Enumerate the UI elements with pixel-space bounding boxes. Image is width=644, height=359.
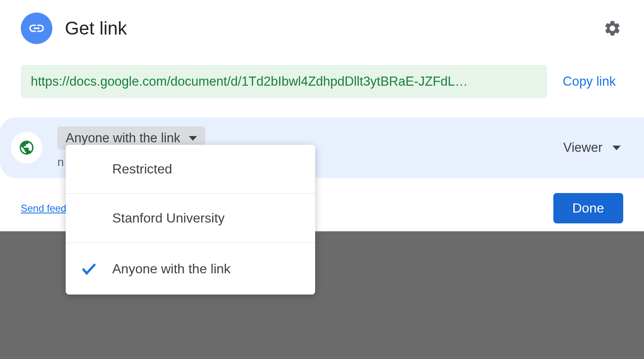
done-button[interactable]: Done: [553, 193, 624, 223]
menu-item-label: Stanford University: [112, 210, 225, 226]
check-icon: [78, 260, 100, 278]
link-row: https://docs.google.com/document/d/1Td2b…: [21, 65, 623, 98]
link-url-display[interactable]: https://docs.google.com/document/d/1Td2b…: [21, 65, 547, 98]
scope-dropdown-menu: Restricted Stanford University Anyone wi…: [66, 145, 315, 295]
scope-option-restricted[interactable]: Restricted: [66, 145, 315, 194]
chevron-down-icon: [189, 136, 197, 141]
dialog-title: Get link: [65, 18, 127, 39]
scope-selected-label: Anyone with the link: [66, 131, 180, 146]
scope-option-anyone[interactable]: Anyone with the link: [66, 243, 315, 295]
scope-option-stanford[interactable]: Stanford University: [66, 194, 315, 243]
link-icon: [28, 20, 45, 37]
chevron-down-icon: [612, 146, 621, 150]
settings-button[interactable]: [602, 17, 623, 39]
menu-item-label: Restricted: [112, 161, 172, 177]
menu-item-label: Anyone with the link: [112, 261, 231, 277]
dialog-header: Get link: [0, 0, 644, 52]
copy-link-button[interactable]: Copy link: [555, 74, 624, 89]
send-feedback-link[interactable]: Send feed: [21, 203, 66, 214]
link-icon-circle: [21, 12, 52, 44]
role-dropdown-trigger[interactable]: Viewer: [557, 137, 627, 158]
globe-icon-circle: [11, 132, 42, 163]
gear-icon: [603, 19, 622, 37]
globe-icon: [18, 139, 35, 156]
role-selected-label: Viewer: [563, 140, 602, 155]
